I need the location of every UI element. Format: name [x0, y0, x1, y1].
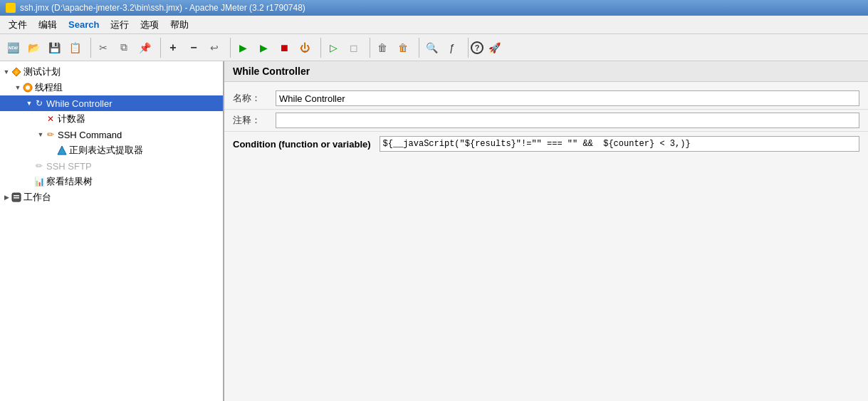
toolbar-btn-new[interactable]: 🆕 — [3, 38, 23, 58]
tree-panel: ▼⚡测试计划▼线程组▼↻While Controller✕计数器▼✏SSH Co… — [0, 61, 224, 401]
title-bar: ssh.jmx (D:\apache-jmeter-3.2\bin\ssh.jm… — [0, 0, 868, 16]
toolbar-btn-start-plus[interactable]: ▶ — [253, 38, 273, 58]
tree-expand-arrow[interactable]: ▼ — [26, 100, 33, 107]
tree-item-label: While Controller — [46, 98, 112, 109]
name-row: 名称： — [224, 88, 868, 110]
toolbar-btn-remote-stop[interactable]: ◻ — [344, 38, 364, 58]
svg-marker-4 — [58, 146, 66, 155]
toolbar-btn-navigate[interactable]: ↩ — [204, 38, 224, 58]
condition-label: Condition (function or variable) — [233, 139, 371, 150]
tree-item-icon — [56, 145, 68, 156]
tree-item-icon — [11, 192, 22, 203]
tree-item-view-results[interactable]: 📊察看结果树 — [0, 174, 223, 189]
toolbar-btn-paste[interactable]: 📌 — [135, 38, 155, 58]
tree-item-label: 察看结果树 — [46, 175, 93, 188]
toolbar-btn-clear-all[interactable]: 🗑 — [393, 38, 413, 58]
tree-item-while-controller[interactable]: ▼↻While Controller — [0, 95, 223, 111]
svg-point-3 — [26, 85, 30, 90]
toolbar-btn-search2[interactable]: 🔍 — [422, 38, 441, 58]
name-label: 名称： — [233, 92, 276, 105]
tree-item-icon: ↻ — [33, 98, 45, 109]
toolbar-separator — [464, 38, 469, 58]
menu-item-help[interactable]: 帮助 — [164, 17, 194, 33]
tree-item-icon: ⚡ — [11, 66, 22, 78]
toolbar-separator — [317, 38, 321, 58]
toolbar-btn-function[interactable]: ƒ — [442, 38, 462, 58]
tree-item-label: 测试计划 — [23, 66, 61, 78]
tree-item-label: 工作台 — [23, 191, 51, 204]
tree-item-label: 线程组 — [35, 81, 63, 94]
window-title: ssh.jmx (D:\apache-jmeter-3.2\bin\ssh.jm… — [20, 3, 305, 13]
toolbar-btn-copy[interactable]: ⧉ — [114, 38, 134, 58]
tree-item-icon: ✏ — [33, 160, 45, 172]
tree-expand-arrow[interactable] — [48, 147, 56, 154]
menu-item-options[interactable]: 选项 — [135, 17, 164, 33]
tree-item-icon: 📊 — [33, 176, 45, 187]
toolbar-separator — [87, 38, 91, 58]
toolbar-separator — [226, 38, 231, 58]
toolbar-separator — [415, 38, 419, 58]
toolbar-btn-open[interactable]: 📂 — [23, 38, 43, 58]
toolbar-btn-collapse[interactable]: − — [184, 38, 204, 58]
panel-content: 名称： 注释： Condition (function or variable) — [224, 82, 868, 162]
svg-rect-6 — [14, 195, 19, 197]
menu-item-search[interactable]: Search — [63, 18, 105, 31]
toolbar-btn-clear[interactable]: 🗑 — [372, 38, 392, 58]
tree-item-icon — [22, 82, 33, 93]
panel-title: While Controller — [224, 61, 868, 82]
menu-bar: 文件编辑Search运行选项帮助 — [0, 16, 868, 34]
tree-item-label: SSH SFTP — [46, 161, 92, 172]
toolbar-btn-save-template[interactable]: 📋 — [65, 38, 85, 58]
toolbar: 🆕📂💾📋✂⧉📌+−↩▶▶⏹⏻▷◻🗑🗑🔍ƒ?🚀 — [0, 34, 868, 61]
toolbar-btn-save[interactable]: 💾 — [44, 38, 64, 58]
tree-expand-arrow[interactable]: ▼ — [14, 84, 21, 91]
tree-item-icon: ✏ — [45, 129, 56, 140]
toolbar-separator — [366, 38, 370, 58]
right-panel: While Controller 名称： 注释： Condition (func… — [224, 61, 868, 401]
toolbar-btn-start[interactable]: ▶ — [233, 38, 253, 58]
tree-item-ssh-command[interactable]: ▼✏SSH Command — [0, 127, 223, 142]
menu-item-run[interactable]: 运行 — [105, 17, 135, 33]
tree-item-regex-extractor[interactable]: 正则表达式提取器 — [0, 142, 223, 158]
tree-item-icon: ✕ — [45, 113, 56, 125]
toolbar-btn-logo[interactable]: 🚀 — [484, 38, 504, 58]
tree-item-counter[interactable]: ✕计数器 — [0, 111, 223, 127]
comment-row: 注释： — [224, 110, 868, 132]
comment-input[interactable] — [276, 113, 859, 128]
tree-item-workbench[interactable]: ▶工作台 — [0, 189, 223, 205]
menu-item-file[interactable]: 文件 — [3, 17, 33, 33]
tree-item-thread-group[interactable]: ▼线程组 — [0, 80, 223, 95]
tree-item-test-plan[interactable]: ▼⚡测试计划 — [0, 64, 223, 80]
tree-expand-arrow[interactable]: ▼ — [3, 68, 10, 75]
tree-expand-arrow[interactable] — [26, 162, 33, 170]
toolbar-btn-remote-start[interactable]: ▷ — [323, 38, 343, 58]
app-icon — [6, 3, 16, 13]
condition-row: Condition (function or variable) — [224, 132, 868, 156]
condition-input[interactable] — [380, 136, 859, 152]
comment-label: 注释： — [233, 114, 276, 127]
tree-item-label: 计数器 — [58, 113, 85, 125]
svg-text:⚡: ⚡ — [13, 68, 20, 75]
menu-item-edit[interactable]: 编辑 — [33, 17, 63, 33]
toolbar-btn-cut[interactable]: ✂ — [93, 38, 113, 58]
main-layout: ▼⚡测试计划▼线程组▼↻While Controller✕计数器▼✏SSH Co… — [0, 61, 868, 401]
toolbar-btn-shutdown[interactable]: ⏻ — [295, 38, 315, 58]
tree-expand-arrow[interactable]: ▼ — [37, 131, 44, 138]
tree-item-label: 正则表达式提取器 — [69, 144, 143, 157]
toolbar-btn-expand[interactable]: + — [163, 38, 183, 58]
toolbar-separator — [157, 38, 161, 58]
tree-item-ssh-sftp[interactable]: ✏SSH SFTP — [0, 158, 223, 174]
tree-expand-arrow[interactable] — [37, 115, 44, 123]
tree-expand-arrow[interactable]: ▶ — [3, 194, 10, 201]
name-input[interactable] — [276, 90, 859, 106]
tree-item-label: SSH Command — [58, 130, 122, 140]
svg-rect-7 — [14, 197, 19, 199]
toolbar-btn-help2[interactable]: ? — [471, 41, 483, 54]
tree-expand-arrow[interactable] — [26, 178, 33, 185]
toolbar-btn-stop[interactable]: ⏹ — [274, 38, 294, 58]
